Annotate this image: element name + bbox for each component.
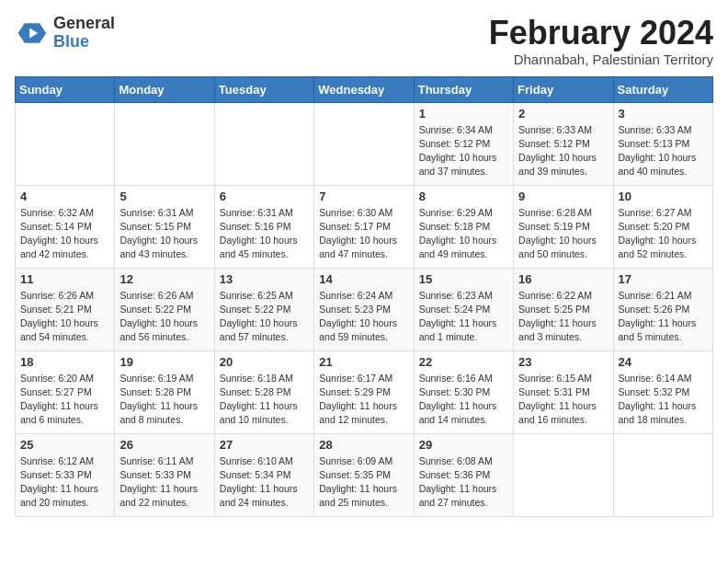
calendar-cell: 6Sunrise: 6:31 AM Sunset: 5:16 PM Daylig… <box>214 185 313 268</box>
day-number: 5 <box>119 190 209 203</box>
month-year-title: February 2024 <box>489 15 713 52</box>
day-info: Sunrise: 6:21 AM Sunset: 5:26 PM Dayligh… <box>619 289 708 345</box>
calendar-header-wednesday: Wednesday <box>314 76 414 102</box>
day-info: Sunrise: 6:29 AM Sunset: 5:18 PM Dayligh… <box>419 206 508 262</box>
day-number: 4 <box>20 190 109 203</box>
calendar-cell: 26Sunrise: 6:11 AM Sunset: 5:33 PM Dayli… <box>115 433 214 516</box>
day-number: 15 <box>419 272 508 286</box>
calendar-cell <box>514 433 613 516</box>
day-number: 9 <box>518 190 608 203</box>
logo: General Blue <box>15 15 115 52</box>
calendar-cell: 18Sunrise: 6:20 AM Sunset: 5:27 PM Dayli… <box>16 350 115 433</box>
day-number: 18 <box>20 355 109 369</box>
day-info: Sunrise: 6:22 AM Sunset: 5:25 PM Dayligh… <box>518 289 608 345</box>
day-info: Sunrise: 6:25 AM Sunset: 5:22 PM Dayligh… <box>220 289 309 345</box>
calendar-cell <box>613 433 712 516</box>
logo-icon <box>15 17 48 50</box>
calendar-week-row: 11Sunrise: 6:26 AM Sunset: 5:21 PM Dayli… <box>16 268 713 350</box>
calendar-cell: 28Sunrise: 6:09 AM Sunset: 5:35 PM Dayli… <box>314 433 414 516</box>
calendar-cell: 29Sunrise: 6:08 AM Sunset: 5:36 PM Dayli… <box>414 433 513 516</box>
day-info: Sunrise: 6:18 AM Sunset: 5:28 PM Dayligh… <box>220 372 309 428</box>
day-info: Sunrise: 6:27 AM Sunset: 5:20 PM Dayligh… <box>619 206 708 262</box>
calendar-header-saturday: Saturday <box>613 76 712 102</box>
calendar-cell: 4Sunrise: 6:32 AM Sunset: 5:14 PM Daylig… <box>16 185 115 268</box>
calendar-cell: 24Sunrise: 6:14 AM Sunset: 5:32 PM Dayli… <box>613 350 712 433</box>
day-info: Sunrise: 6:11 AM Sunset: 5:33 PM Dayligh… <box>119 454 209 511</box>
day-number: 7 <box>319 190 408 203</box>
day-info: Sunrise: 6:31 AM Sunset: 5:16 PM Dayligh… <box>220 206 309 262</box>
day-info: Sunrise: 6:08 AM Sunset: 5:36 PM Dayligh… <box>419 454 508 511</box>
calendar-cell: 25Sunrise: 6:12 AM Sunset: 5:33 PM Dayli… <box>16 433 115 516</box>
calendar-cell <box>115 102 214 185</box>
day-number: 12 <box>119 272 209 286</box>
day-info: Sunrise: 6:30 AM Sunset: 5:17 PM Dayligh… <box>319 206 408 262</box>
calendar-cell: 17Sunrise: 6:21 AM Sunset: 5:26 PM Dayli… <box>613 268 712 350</box>
logo-text: General Blue <box>53 15 115 52</box>
day-number: 10 <box>619 190 708 203</box>
calendar-cell: 3Sunrise: 6:33 AM Sunset: 5:13 PM Daylig… <box>613 102 712 185</box>
day-number: 25 <box>20 438 109 452</box>
calendar-header-friday: Friday <box>514 76 613 102</box>
calendar-cell: 16Sunrise: 6:22 AM Sunset: 5:25 PM Dayli… <box>514 268 613 350</box>
day-number: 16 <box>518 272 608 286</box>
calendar-header-sunday: Sunday <box>16 76 115 102</box>
day-number: 8 <box>419 190 508 203</box>
page-header: General Blue February 2024 Dhannabah, Pa… <box>15 15 713 67</box>
day-number: 14 <box>319 272 408 286</box>
day-info: Sunrise: 6:33 AM Sunset: 5:13 PM Dayligh… <box>619 123 708 179</box>
day-info: Sunrise: 6:33 AM Sunset: 5:12 PM Dayligh… <box>518 123 608 179</box>
day-number: 20 <box>220 355 309 369</box>
day-number: 2 <box>518 107 608 121</box>
day-number: 17 <box>619 272 708 286</box>
location-subtitle: Dhannabah, Palestinian Territory <box>489 52 713 67</box>
calendar-cell: 2Sunrise: 6:33 AM Sunset: 5:12 PM Daylig… <box>514 102 613 185</box>
calendar-cell <box>214 102 313 185</box>
calendar-week-row: 25Sunrise: 6:12 AM Sunset: 5:33 PM Dayli… <box>16 433 713 516</box>
calendar-cell: 20Sunrise: 6:18 AM Sunset: 5:28 PM Dayli… <box>214 350 313 433</box>
calendar-cell: 21Sunrise: 6:17 AM Sunset: 5:29 PM Dayli… <box>314 350 414 433</box>
day-number: 3 <box>619 107 708 121</box>
day-number: 24 <box>619 355 708 369</box>
day-info: Sunrise: 6:17 AM Sunset: 5:29 PM Dayligh… <box>319 372 408 428</box>
day-number: 27 <box>220 438 309 452</box>
title-block: February 2024 Dhannabah, Palestinian Ter… <box>489 15 713 67</box>
day-info: Sunrise: 6:31 AM Sunset: 5:15 PM Dayligh… <box>119 206 209 262</box>
day-info: Sunrise: 6:23 AM Sunset: 5:24 PM Dayligh… <box>419 289 508 345</box>
day-number: 22 <box>419 355 508 369</box>
calendar-header-tuesday: Tuesday <box>214 76 313 102</box>
calendar-cell: 8Sunrise: 6:29 AM Sunset: 5:18 PM Daylig… <box>414 185 513 268</box>
calendar-table: SundayMondayTuesdayWednesdayThursdayFrid… <box>15 76 713 517</box>
calendar-cell: 23Sunrise: 6:15 AM Sunset: 5:31 PM Dayli… <box>514 350 613 433</box>
calendar-cell: 5Sunrise: 6:31 AM Sunset: 5:15 PM Daylig… <box>115 185 214 268</box>
day-info: Sunrise: 6:15 AM Sunset: 5:31 PM Dayligh… <box>518 372 608 428</box>
day-info: Sunrise: 6:10 AM Sunset: 5:34 PM Dayligh… <box>220 454 309 511</box>
calendar-week-row: 18Sunrise: 6:20 AM Sunset: 5:27 PM Dayli… <box>16 350 713 433</box>
day-info: Sunrise: 6:12 AM Sunset: 5:33 PM Dayligh… <box>20 454 109 511</box>
day-number: 6 <box>220 190 309 203</box>
day-info: Sunrise: 6:20 AM Sunset: 5:27 PM Dayligh… <box>20 372 109 428</box>
calendar-week-row: 1Sunrise: 6:34 AM Sunset: 5:12 PM Daylig… <box>16 102 713 185</box>
calendar-cell: 27Sunrise: 6:10 AM Sunset: 5:34 PM Dayli… <box>214 433 313 516</box>
day-info: Sunrise: 6:24 AM Sunset: 5:23 PM Dayligh… <box>319 289 408 345</box>
calendar-header-row: SundayMondayTuesdayWednesdayThursdayFrid… <box>16 76 713 102</box>
day-info: Sunrise: 6:26 AM Sunset: 5:22 PM Dayligh… <box>119 289 209 345</box>
calendar-cell: 12Sunrise: 6:26 AM Sunset: 5:22 PM Dayli… <box>115 268 214 350</box>
day-number: 1 <box>419 107 508 121</box>
day-number: 28 <box>319 438 408 452</box>
calendar-header-thursday: Thursday <box>414 76 513 102</box>
calendar-cell: 14Sunrise: 6:24 AM Sunset: 5:23 PM Dayli… <box>314 268 414 350</box>
day-number: 11 <box>20 272 109 286</box>
calendar-cell: 11Sunrise: 6:26 AM Sunset: 5:21 PM Dayli… <box>16 268 115 350</box>
day-info: Sunrise: 6:19 AM Sunset: 5:28 PM Dayligh… <box>119 372 209 428</box>
calendar-header-monday: Monday <box>115 76 214 102</box>
calendar-cell: 9Sunrise: 6:28 AM Sunset: 5:19 PM Daylig… <box>514 185 613 268</box>
day-info: Sunrise: 6:34 AM Sunset: 5:12 PM Dayligh… <box>419 123 508 179</box>
day-info: Sunrise: 6:26 AM Sunset: 5:21 PM Dayligh… <box>20 289 109 345</box>
calendar-cell: 13Sunrise: 6:25 AM Sunset: 5:22 PM Dayli… <box>214 268 313 350</box>
calendar-cell: 7Sunrise: 6:30 AM Sunset: 5:17 PM Daylig… <box>314 185 414 268</box>
day-info: Sunrise: 6:32 AM Sunset: 5:14 PM Dayligh… <box>20 206 109 262</box>
calendar-cell: 1Sunrise: 6:34 AM Sunset: 5:12 PM Daylig… <box>414 102 513 185</box>
day-number: 21 <box>319 355 408 369</box>
day-number: 29 <box>419 438 508 452</box>
day-number: 13 <box>220 272 309 286</box>
